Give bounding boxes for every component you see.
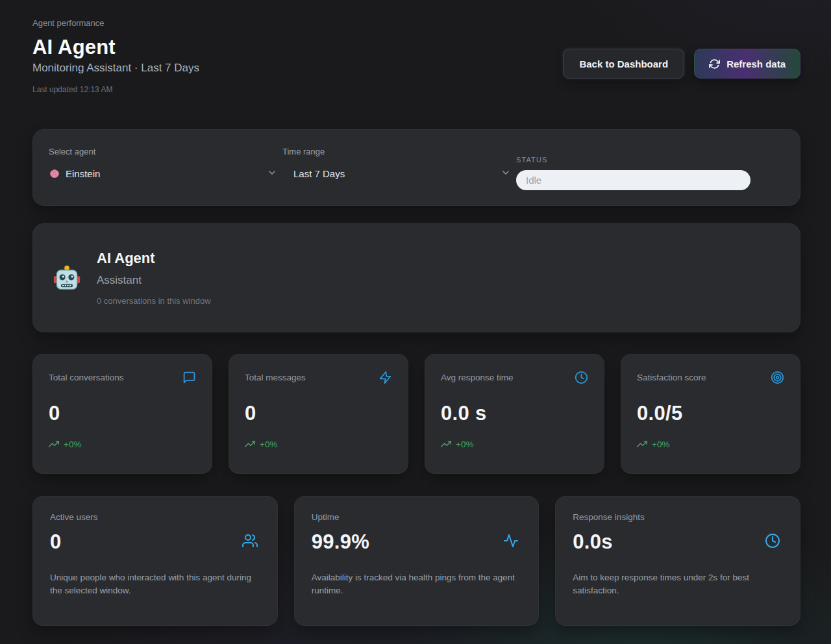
lightning-icon [378,371,392,387]
info-description: Availability is tracked via health pings… [312,571,522,597]
agent-select-label: Select agent [49,147,282,156]
status-label: STATUS [516,156,784,164]
chat-bubble-icon [182,371,196,387]
info-card-active-users: Active users 0 Unique people who interac… [32,496,278,626]
time-range-label: Time range [282,147,516,156]
agent-name: AI Agent [97,250,211,267]
stat-trend-value: +0% [652,440,669,449]
stat-trend: +0% [245,439,392,449]
info-description: Unique people who interacted with this a… [50,571,260,597]
agent-role: Assistant [97,274,211,287]
stat-card-satisfaction-score: Satisfaction score 0.0/5 +0% [621,354,800,474]
trending-up-icon [245,439,255,449]
time-range-value: Last 7 Days [282,168,345,179]
stat-trend-value: +0% [64,440,81,449]
info-label: Uptime [312,512,522,522]
stat-trend-value: +0% [260,440,277,449]
trending-up-icon [441,439,451,449]
stat-label: Satisfaction score [637,371,706,382]
info-label: Active users [50,512,260,522]
clock-icon [765,533,780,551]
agent-summary-card: AI Agent Assistant 0 conversations in th… [32,223,800,332]
info-label: Response insights [573,512,783,522]
chevron-down-icon [267,167,277,180]
stats-grid: Total conversations 0 +0% Total messages [32,354,800,474]
back-to-dashboard-label: Back to Dashboard [579,58,668,69]
stat-card-total-conversations: Total conversations 0 +0% [32,354,212,474]
brain-emoji-icon [49,168,60,180]
stat-value: 0.0/5 [637,402,784,425]
stat-trend: +0% [441,439,588,449]
stat-label: Total messages [245,371,306,382]
stat-card-total-messages: Total messages 0 +0% [229,354,408,474]
time-range-select[interactable]: Last 7 Days [282,167,516,180]
chevron-down-icon [501,167,511,180]
stat-label: Total conversations [49,371,124,382]
refresh-icon [709,58,720,69]
stat-card-avg-response-time: Avg response time 0.0 s +0% [425,354,604,474]
filter-bar: Select agent Einstein Time range Last 7 … [32,129,800,206]
stat-trend-value: +0% [456,440,473,449]
status-input[interactable] [516,170,750,190]
activity-icon [503,533,519,551]
stat-value: 0 [245,402,392,425]
info-value: 0 [50,530,260,554]
stat-value: 0 [49,402,196,425]
back-to-dashboard-button[interactable]: Back to Dashboard [563,49,684,79]
last-updated-text: Last updated 12:13 AM [32,85,800,94]
robot-emoji-icon [53,264,81,292]
info-card-response-insights: Response insights 0.0s Aim to keep respo… [555,496,800,626]
info-card-uptime: Uptime 99.9% Availability is tracked via… [294,496,540,626]
stat-trend: +0% [637,439,784,449]
agent-conversations-note: 0 conversations in this window [97,296,211,306]
agent-performance-page: Agent performance AI Agent Monitoring As… [0,0,831,644]
breadcrumb: Agent performance [32,18,800,28]
time-range-group: Time range Last 7 Days [282,147,516,205]
users-icon [242,533,258,551]
info-value: 0.0s [573,530,783,554]
refresh-data-button[interactable]: Refresh data [694,49,800,79]
agent-select[interactable]: Einstein [49,167,282,180]
agent-select-group: Select agent Einstein [49,147,282,205]
status-group: STATUS [516,147,784,205]
agent-select-value: Einstein [66,168,100,179]
target-icon [771,371,784,387]
stat-value: 0.0 s [441,402,588,425]
info-grid: Active users 0 Unique people who interac… [32,496,800,626]
clock-icon [575,371,588,387]
trending-up-icon [49,439,59,449]
stat-trend: +0% [49,439,196,449]
refresh-data-label: Refresh data [726,58,786,69]
info-description: Aim to keep response times under 2s for … [573,571,783,597]
info-value: 99.9% [312,530,522,554]
trending-up-icon [637,439,647,449]
header-actions: Back to Dashboard Refresh data [563,49,800,79]
stat-label: Avg response time [441,371,514,382]
agent-summary-text: AI Agent Assistant 0 conversations in th… [97,250,211,306]
